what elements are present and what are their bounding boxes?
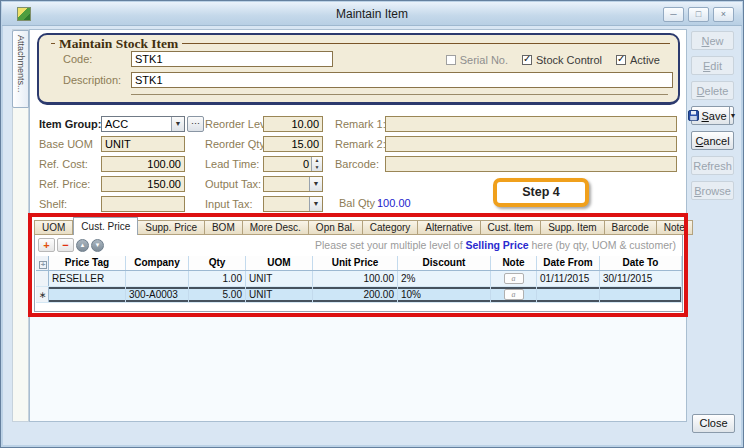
- item-group-lookup-button[interactable]: ···: [187, 116, 204, 132]
- cell-date_from[interactable]: 01/11/2015: [537, 271, 600, 286]
- barcode-field[interactable]: [385, 156, 677, 172]
- cell-price_tag[interactable]: [49, 287, 126, 302]
- item-group-combo[interactable]: ACC ▼: [101, 116, 185, 132]
- tab-cust-item[interactable]: Cust. Item: [481, 220, 542, 235]
- shelf-field[interactable]: [101, 196, 185, 212]
- spin-up-icon[interactable]: ▲: [312, 157, 322, 164]
- code-input[interactable]: [131, 51, 333, 67]
- attachments-tab[interactable]: Attachments...: [12, 30, 29, 108]
- column-header-price_tag[interactable]: Price Tag: [49, 256, 126, 270]
- browse-button: Browse: [691, 181, 734, 200]
- checkbox-serial-no[interactable]: Serial No.: [446, 54, 508, 66]
- add-row-button[interactable]: +: [38, 238, 55, 252]
- cell-uom[interactable]: UNIT: [246, 287, 313, 302]
- move-down-button[interactable]: ▼: [91, 239, 104, 252]
- column-header-uom[interactable]: UOM: [246, 256, 313, 270]
- group-separator: [131, 94, 668, 95]
- remark1-field[interactable]: [385, 116, 677, 132]
- tab-uom[interactable]: UOM: [34, 220, 73, 235]
- remove-row-button[interactable]: −: [57, 238, 74, 252]
- note-editor-button[interactable]: a: [504, 273, 524, 284]
- column-header-note[interactable]: Note: [491, 256, 537, 270]
- cell-price_tag[interactable]: RESELLER: [49, 271, 126, 286]
- tab-category[interactable]: Category: [363, 220, 419, 235]
- chevron-down-icon[interactable]: ▼: [309, 197, 322, 211]
- minimize-button[interactable]: ─: [663, 7, 684, 22]
- item-group-value: ACC: [102, 117, 171, 131]
- save-button[interactable]: Save▼: [691, 106, 734, 125]
- ref-cost-field[interactable]: 100.00: [101, 156, 185, 172]
- cell-date_to[interactable]: [600, 287, 682, 302]
- cancel-button[interactable]: Cancel: [691, 131, 734, 150]
- chevron-down-icon[interactable]: ▼: [171, 117, 184, 131]
- base-uom-field[interactable]: UNIT: [101, 136, 185, 152]
- note-editor-button[interactable]: a: [504, 289, 524, 300]
- column-header-discount[interactable]: Discount: [398, 256, 491, 270]
- button-label: New: [701, 35, 723, 47]
- checkbox-icon[interactable]: [522, 55, 532, 65]
- cell-discount[interactable]: 10%: [398, 287, 491, 302]
- cell-qty[interactable]: 1.00: [189, 271, 246, 286]
- cell-company[interactable]: [126, 271, 189, 286]
- lead-time-spinner[interactable]: 0 ▲▼: [263, 156, 323, 172]
- button-label: Cancel: [695, 135, 729, 147]
- tab-supp-price[interactable]: Supp. Price: [138, 220, 205, 235]
- move-up-button[interactable]: ▲: [76, 239, 89, 252]
- column-header-date_to[interactable]: Date To: [600, 256, 682, 270]
- chevron-down-icon[interactable]: ▼: [309, 177, 322, 191]
- remark1-label: Remark 1:: [335, 118, 386, 130]
- reorder-qty-field[interactable]: 15.00: [263, 136, 323, 152]
- checkbox-stock-control[interactable]: Stock Control: [522, 54, 602, 66]
- description-input[interactable]: [131, 72, 673, 88]
- column-header-company[interactable]: Company: [126, 256, 189, 270]
- column-header-unit_price[interactable]: Unit Price: [313, 256, 398, 270]
- cell-unit_price[interactable]: 100.00: [313, 271, 398, 286]
- column-header-date_from[interactable]: Date From: [537, 256, 600, 270]
- detail-tabs: UOMCust. PriceSupp. PriceBOMMore Desc.Op…: [34, 217, 693, 235]
- checkbox-icon[interactable]: [446, 55, 456, 65]
- refresh-button: Refresh: [691, 156, 734, 175]
- checkbox-active[interactable]: Active: [616, 54, 660, 66]
- tab-barcode[interactable]: Barcode: [605, 220, 657, 235]
- spinner-arrows[interactable]: ▲▼: [311, 157, 322, 171]
- ref-price-label: Ref. Price:: [39, 178, 90, 190]
- column-header-qty[interactable]: Qty: [189, 256, 246, 270]
- cell-date_from[interactable]: [537, 287, 600, 302]
- cell-discount[interactable]: 2%: [398, 271, 491, 286]
- flag-checkboxes: Serial No.Stock ControlActive: [446, 54, 660, 66]
- remark2-field[interactable]: [385, 136, 677, 152]
- cell-uom[interactable]: UNIT: [246, 271, 313, 286]
- tab-bom[interactable]: BOM: [205, 220, 243, 235]
- tab-supp-item[interactable]: Supp. Item: [541, 220, 604, 235]
- tab-more-desc[interactable]: More Desc.: [243, 220, 309, 235]
- tab-cust-price[interactable]: Cust. Price: [73, 217, 138, 235]
- ref-price-field[interactable]: 150.00: [101, 176, 185, 192]
- cell-qty[interactable]: 5.00: [189, 287, 246, 302]
- table-row[interactable]: RESELLER1.00UNIT100.002%a01/11/201530/11…: [36, 271, 682, 287]
- grid-customize-icon[interactable]: +: [39, 261, 47, 269]
- button-label: Delete: [697, 85, 729, 97]
- output-tax-combo[interactable]: ▼: [263, 176, 323, 192]
- output-tax-value: [264, 177, 309, 191]
- item-group-label: Item Group:: [39, 118, 101, 130]
- input-tax-combo[interactable]: ▼: [263, 196, 323, 212]
- reorder-level-field[interactable]: 10.00: [263, 116, 323, 132]
- close-button[interactable]: Close: [692, 414, 735, 433]
- maximize-button[interactable]: □: [688, 7, 709, 22]
- maintain-item-window: Maintain Item ─□× Attachments... Maintai…: [0, 0, 744, 448]
- cell-date_to[interactable]: 30/11/2015: [600, 271, 682, 286]
- table-row[interactable]: ∗300-A00035.00UNIT200.0010%a: [36, 287, 682, 303]
- save-main-segment[interactable]: Save: [688, 110, 726, 122]
- spin-down-icon[interactable]: ▼: [312, 164, 322, 171]
- tab-opn-bal[interactable]: Opn Bal.: [309, 220, 363, 235]
- cell-unit_price[interactable]: 200.00: [313, 287, 398, 302]
- button-label: Refresh: [693, 160, 732, 172]
- save-dropdown-arrow[interactable]: ▼: [729, 107, 737, 124]
- tab-alternative[interactable]: Alternative: [418, 220, 480, 235]
- cell-note[interactable]: a: [491, 271, 537, 286]
- cell-company[interactable]: 300-A0003: [126, 287, 189, 302]
- tab-note[interactable]: Note: [657, 220, 693, 235]
- checkbox-icon[interactable]: [616, 55, 626, 65]
- cell-note[interactable]: a: [491, 287, 537, 302]
- close-window-button[interactable]: ×: [713, 7, 734, 22]
